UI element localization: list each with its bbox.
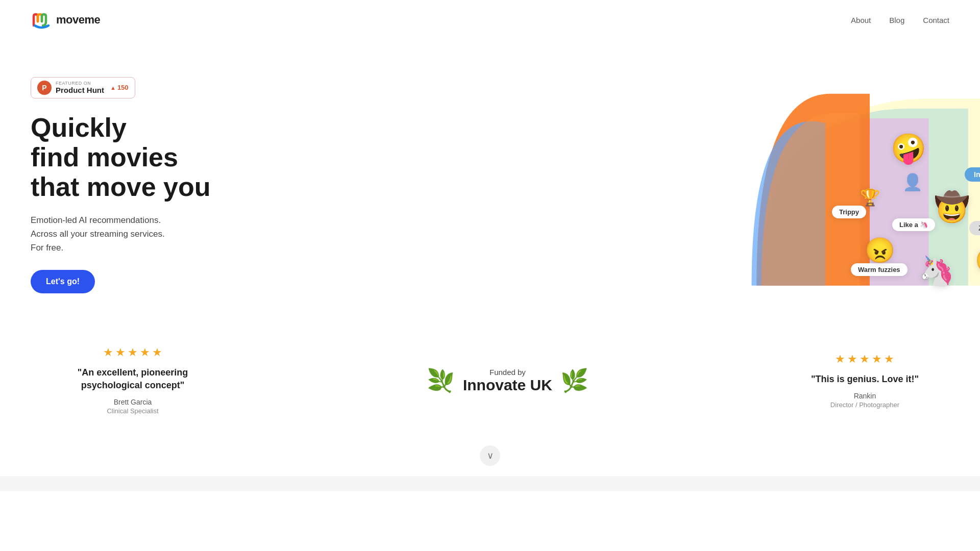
product-hunt-icon: P (37, 81, 52, 95)
star1: ★ (103, 346, 113, 359)
ph-count: 150 (117, 84, 129, 91)
rstar5: ★ (884, 353, 894, 366)
scroll-down[interactable]: ∨ (0, 440, 980, 476)
testimonial-left-quote: "An excellent, pioneering psychological … (61, 366, 204, 392)
stars-left: ★ ★ ★ ★ ★ (61, 346, 204, 359)
desc-line3: For free. (31, 243, 63, 253)
rstar3: ★ (860, 353, 870, 366)
nav-contact[interactable]: Contact (923, 16, 949, 24)
emoji-person: 👤 (902, 172, 923, 192)
desc-line1: Emotion-led AI recommendations. (31, 215, 161, 225)
star4: ★ (140, 346, 150, 359)
stars-right: ★ ★ ★ ★ ★ (811, 353, 919, 366)
hero-description: Emotion-led AI recommendations. Across a… (31, 213, 211, 255)
funded-by-label: Funded by (463, 368, 552, 377)
logo[interactable]: moveme (31, 9, 100, 31)
mood-inspired[interactable]: Inspired (965, 167, 980, 182)
logo-icon (31, 9, 52, 31)
emoji-silly: 🤪 (891, 132, 926, 165)
chevron-down-icon: ∨ (487, 450, 494, 461)
scroll-arrow[interactable]: ∨ (480, 445, 500, 466)
product-hunt-badge[interactable]: P FEATURED ON Product Hunt ▲ 150 (31, 77, 135, 98)
testimonial-right: ★ ★ ★ ★ ★ "This is genius. Love it!" Ran… (811, 353, 919, 409)
footer-bar (0, 476, 980, 491)
headline-line1: Quickly (31, 113, 127, 142)
mood-warm-fuzzies[interactable]: Warm fuzzies (851, 263, 908, 276)
nav-about[interactable]: About (851, 16, 871, 24)
navigation: moveme About Blog Contact (0, 0, 980, 40)
emoji-angry: 😠 (865, 236, 895, 265)
hero-section: P FEATURED ON Product Hunt ▲ 150 Quickly… (0, 40, 980, 315)
headline-line2: find movies (31, 142, 178, 172)
desc-line2: Across all your streaming services. (31, 229, 165, 239)
rstar2: ★ (847, 353, 857, 366)
emoji-cowboy: 🤠 (934, 190, 970, 224)
innovate-uk-text: Funded by Innovate UK (463, 368, 552, 393)
testimonial-left-role: Clinical Specialist (61, 407, 204, 415)
nav-links: About Blog Contact (851, 16, 949, 24)
mood-trippy[interactable]: Trippy (832, 206, 866, 218)
testimonial-left: ★ ★ ★ ★ ★ "An excellent, pioneering psyc… (61, 346, 204, 415)
nav-blog[interactable]: Blog (889, 16, 904, 24)
rstar1: ★ (835, 353, 845, 366)
arch-svg (577, 35, 980, 310)
hero-content: P FEATURED ON Product Hunt ▲ 150 Quickly… (31, 77, 211, 293)
rstar4: ★ (872, 353, 882, 366)
testimonial-right-name: Rankin (811, 392, 919, 400)
innovate-uk-name: Innovate UK (463, 377, 552, 393)
emoji-unicorn: 🦄 (919, 254, 954, 288)
hero-illustration: Inspired Energized Zen Trippy Like a 🦄 W… (577, 35, 980, 320)
testimonial-right-role: Director / Photographer (811, 401, 919, 409)
mood-like-a[interactable]: Like a 🦄 (892, 218, 935, 231)
emoji-trophy: 🏆 (860, 188, 880, 207)
laurel-right: 🌿 (560, 369, 589, 392)
ph-name: Product Hunt (56, 86, 104, 95)
laurel-left: 🌿 (427, 369, 455, 392)
ph-score: ▲ 150 (110, 84, 129, 91)
product-hunt-text: FEATURED ON Product Hunt (56, 81, 104, 94)
testimonial-right-quote: "This is genius. Love it!" (811, 373, 919, 386)
ph-arrow: ▲ (110, 85, 116, 91)
star5: ★ (152, 346, 162, 359)
mood-zen[interactable]: Zen (969, 221, 980, 235)
headline-line3: that move you (31, 172, 211, 202)
emoji-sad: 🥲 (975, 246, 980, 275)
hero-headline: Quickly find movies that move you (31, 113, 211, 202)
star3: ★ (128, 346, 138, 359)
star2: ★ (115, 346, 126, 359)
testimonial-left-name: Brett Garcia (61, 398, 204, 406)
social-proof-section: ★ ★ ★ ★ ★ "An excellent, pioneering psyc… (0, 315, 980, 440)
innovate-uk-badge: 🌿 Funded by Innovate UK 🌿 (427, 368, 589, 393)
cta-button[interactable]: Let's go! (31, 270, 95, 293)
logo-text: moveme (56, 13, 100, 27)
